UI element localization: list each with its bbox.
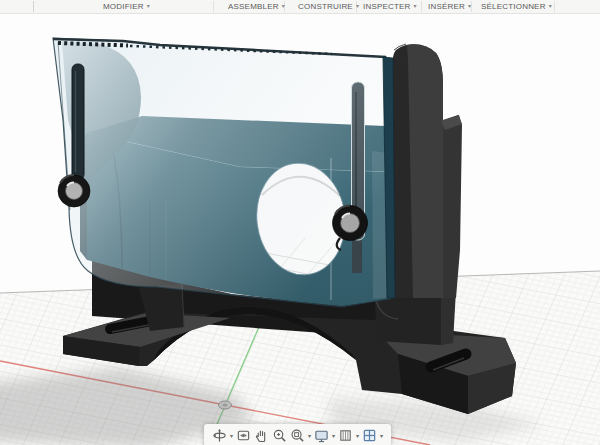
chevron-down-icon[interactable]: ▾ bbox=[380, 432, 383, 439]
left-guide-rod bbox=[72, 64, 84, 180]
fit-button[interactable] bbox=[289, 425, 306, 445]
orbit-button[interactable] bbox=[211, 425, 228, 445]
chevron-down-icon: ▾ bbox=[147, 3, 150, 9]
display-settings-icon bbox=[314, 428, 329, 443]
fit-icon bbox=[290, 428, 305, 443]
navigation-toolbar: ▾ bbox=[204, 424, 391, 445]
menu-assembler[interactable]: ASSEMBLER▾ bbox=[228, 0, 285, 13]
menu-label: INSÉRER bbox=[428, 2, 465, 11]
chevron-down-icon[interactable]: ▾ bbox=[308, 432, 311, 439]
3d-viewport[interactable] bbox=[0, 0, 600, 445]
menu-label: INSPECTER bbox=[363, 2, 411, 11]
left-thumbscrew-knob bbox=[58, 175, 90, 207]
chevron-down-icon[interactable]: ▾ bbox=[332, 432, 335, 439]
menu-construire[interactable]: CONSTRUIRE▾ bbox=[298, 0, 359, 13]
menu-inserer[interactable]: INSÉRER▾ bbox=[428, 0, 471, 13]
chevron-down-icon[interactable]: ▾ bbox=[230, 432, 233, 439]
menu-modifier[interactable]: MODIFIER▾ bbox=[103, 0, 150, 13]
menu-separator bbox=[421, 1, 422, 12]
pan-icon bbox=[254, 428, 269, 443]
menu-label: MODIFIER bbox=[103, 2, 144, 11]
display-settings-button[interactable] bbox=[313, 425, 330, 445]
chevron-down-icon: ▾ bbox=[549, 3, 552, 9]
viewports-icon bbox=[362, 428, 377, 443]
look-at-icon bbox=[236, 428, 251, 443]
chevron-down-icon: ▾ bbox=[468, 3, 471, 9]
menu-label: SÉLECTIONNER bbox=[481, 2, 546, 11]
fusion-360-window: MODIFIER▾ ASSEMBLER▾ CONSTRUIRE▾ INSPECT… bbox=[0, 0, 600, 445]
menu-selectionner[interactable]: SÉLECTIONNER▾ bbox=[481, 0, 552, 13]
look-at-button[interactable] bbox=[235, 425, 252, 445]
viewports-button[interactable] bbox=[361, 425, 378, 445]
menu-label: ASSEMBLER bbox=[228, 2, 279, 11]
zoom-button[interactable] bbox=[271, 425, 288, 445]
menu-separator bbox=[33, 1, 34, 12]
chevron-down-icon: ▾ bbox=[282, 3, 285, 9]
orbit-icon bbox=[212, 428, 227, 443]
menu-label: CONSTRUIRE bbox=[298, 2, 353, 11]
zoom-icon bbox=[272, 428, 287, 443]
menu-separator bbox=[213, 1, 214, 12]
chevron-down-icon[interactable]: ▾ bbox=[356, 432, 359, 439]
pan-button[interactable] bbox=[253, 425, 270, 445]
menu-separator bbox=[554, 1, 555, 12]
grid-icon bbox=[338, 428, 353, 443]
top-menu-bar: MODIFIER▾ ASSEMBLER▾ CONSTRUIRE▾ INSPECT… bbox=[0, 0, 600, 14]
transparent-cover bbox=[53, 38, 395, 307]
chevron-down-icon: ▾ bbox=[356, 3, 359, 9]
menu-inspecter[interactable]: INSPECTER▾ bbox=[363, 0, 417, 13]
grid-and-snaps-button[interactable] bbox=[337, 425, 354, 445]
chevron-down-icon: ▾ bbox=[414, 3, 417, 9]
